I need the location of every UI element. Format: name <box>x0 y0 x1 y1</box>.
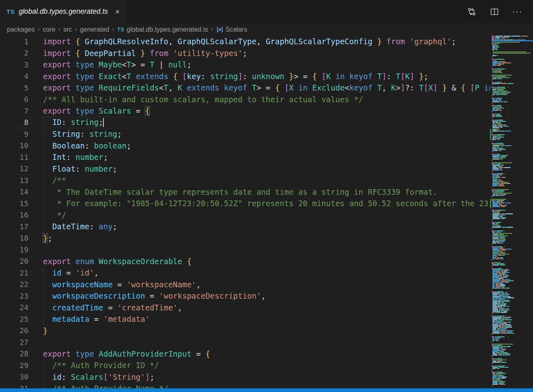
code-line-26[interactable]: 26} <box>0 325 490 337</box>
code-line-12[interactable]: 12 Float: number; <box>0 163 490 175</box>
close-tab-icon[interactable]: × <box>114 7 121 16</box>
code-line-23[interactable]: 23 workspaceDescription = 'workspaceDesc… <box>0 290 490 302</box>
breadcrumb-separator: › <box>211 25 213 33</box>
line-number: 23 <box>0 292 28 300</box>
code-line-5[interactable]: 5export type RequireFields<T, K extends … <box>0 82 490 94</box>
line-number: 1 <box>0 37 28 46</box>
breadcrumb-item-global-db-types-generated-ts[interactable]: TSglobal.db.types.generated.ts <box>117 26 208 33</box>
compare-changes-icon[interactable] <box>466 6 477 17</box>
code-text: id = 'id', <box>28 268 99 277</box>
typescript-file-icon: TS <box>6 8 15 15</box>
breadcrumb-label: Scalars <box>226 26 247 33</box>
breadcrumb-item-src[interactable]: src <box>63 26 72 33</box>
breadcrumb-label: packages <box>7 26 35 33</box>
line-number: 5 <box>0 84 28 92</box>
code-text: workspaceName = 'workspaceName', <box>28 280 201 289</box>
code-line-8[interactable]: 8 ID: string; <box>0 117 490 129</box>
tab-global-db-types[interactable]: TS global.db.types.generated.ts × <box>0 0 127 23</box>
code-line-22[interactable]: 22 workspaceName = 'workspaceName', <box>0 279 490 291</box>
line-number: 7 <box>0 107 28 115</box>
line-number: 25 <box>0 315 28 323</box>
code-line-20[interactable]: 20export enum WorkspaceOrderable { <box>0 256 490 267</box>
minimap-git-added-mark <box>490 199 491 208</box>
code-text: /** Auth Provider ID */ <box>28 361 159 370</box>
line-number: 18 <box>0 234 28 242</box>
code-text: Int: number; <box>28 153 108 162</box>
line-number: 4 <box>0 72 28 80</box>
code-line-3[interactable]: 3export type Maybe<T> = T | null; <box>0 59 490 71</box>
code-line-17[interactable]: 17 DateTime: any; <box>0 221 490 233</box>
code-line-19[interactable]: 19 <box>0 244 490 256</box>
breadcrumb-item-scalars[interactable]: Scalars <box>216 26 247 33</box>
code-line-29[interactable]: 29 /** Auth Provider ID */ <box>0 360 490 371</box>
line-number: 28 <box>0 349 28 358</box>
code-text: Float: number; <box>28 164 117 173</box>
code-text: /** Auth Provider Name */ <box>28 384 168 388</box>
code-line-18[interactable]: 18}; <box>0 233 490 244</box>
breadcrumb-label: generated <box>80 26 109 33</box>
line-number: 20 <box>0 257 28 265</box>
code-line-31[interactable]: 31 /** Auth Provider Name */ <box>0 383 490 388</box>
code-line-14[interactable]: 14 * The DateTime scalar type represents… <box>0 186 490 198</box>
breadcrumb-item-packages[interactable]: packages <box>7 26 35 33</box>
code-line-6[interactable]: 6/** All built-in and custom scalars, ma… <box>0 94 490 106</box>
line-number: 8 <box>0 118 28 127</box>
code-text: }; <box>28 234 52 243</box>
code-text: DateTime: any; <box>28 222 117 231</box>
line-number: 15 <box>0 199 28 208</box>
code-text: export type Maybe<T> = T | null; <box>28 60 191 69</box>
code-text: export type Exact<T extends { [key: stri… <box>28 72 428 81</box>
code-line-1[interactable]: 1import { GraphQLResolveInfo, GraphQLSca… <box>0 36 490 47</box>
code-line-15[interactable]: 15 * For example: "1985-04-12T23:20:50.5… <box>0 198 490 209</box>
code-text: * The DateTime scalar type represents da… <box>28 187 437 196</box>
symbol-type-icon <box>216 26 224 33</box>
more-actions-icon[interactable]: ··· <box>512 6 522 17</box>
code-text: export enum WorkspaceOrderable { <box>28 257 191 266</box>
code-line-10[interactable]: 10 Boolean: boolean; <box>0 140 490 152</box>
code-line-7[interactable]: 7export type Scalars = { <box>0 105 490 117</box>
code-line-9[interactable]: 9 String: string; <box>0 128 490 140</box>
code-text: workspaceDescription = 'workspaceDescrip… <box>28 291 266 300</box>
minimap[interactable] <box>492 36 533 388</box>
code-line-28[interactable]: 28export type AddAuthProviderInput = { <box>0 348 490 360</box>
breadcrumb-separator: › <box>38 25 40 33</box>
status-bar[interactable] <box>0 388 533 392</box>
code-line-4[interactable]: 4export type Exact<T extends { [key: str… <box>0 71 490 82</box>
code-line-30[interactable]: 30 id: Scalars['String']; <box>0 371 490 383</box>
code-text: metadata = 'metadata' <box>28 314 150 323</box>
editor-actions: ··· <box>466 0 533 23</box>
breadcrumb-item-core[interactable]: core <box>43 26 55 33</box>
breadcrumb-separator: › <box>112 25 114 33</box>
code-text: import { DeepPartial } from 'utility-typ… <box>28 49 247 58</box>
line-number: 13 <box>0 176 28 185</box>
code-line-11[interactable]: 11 Int: number; <box>0 151 490 163</box>
code-text: * For example: "1985-04-12T23:20:50.52Z"… <box>28 199 488 208</box>
code-text: String: string; <box>28 129 122 138</box>
code-line-24[interactable]: 24 createdTime = 'createdTime', <box>0 302 490 314</box>
code-line-2[interactable]: 2import { DeepPartial } from 'utility-ty… <box>0 47 490 59</box>
typescript-file-icon: TS <box>117 26 125 32</box>
breadcrumb-item-generated[interactable]: generated <box>80 26 109 33</box>
code-text: export type AddAuthProviderInput = { <box>28 349 210 358</box>
code-text: /** All built-in and custom scalars, map… <box>28 95 363 104</box>
line-number: 12 <box>0 164 28 173</box>
line-number: 21 <box>0 269 28 277</box>
split-editor-icon[interactable] <box>489 6 500 17</box>
breadcrumb-separator: › <box>75 25 77 33</box>
breadcrumb-separator: › <box>58 25 60 33</box>
code-editor[interactable]: 1import { GraphQLResolveInfo, GraphQLSca… <box>0 36 490 388</box>
code-text: export type Scalars = { <box>28 106 150 115</box>
code-line-25[interactable]: 25 metadata = 'metadata' <box>0 313 490 325</box>
line-number: 2 <box>0 49 28 57</box>
breadcrumb: packages›core›src›generated›TSglobal.db.… <box>0 23 533 36</box>
code-text: */ <box>28 211 66 220</box>
code-line-16[interactable]: 16 */ <box>0 209 490 221</box>
breadcrumb-label: src <box>63 26 72 33</box>
code-line-27[interactable]: 27 <box>0 336 490 348</box>
code-line-21[interactable]: 21 id = 'id', <box>0 267 490 279</box>
line-number: 16 <box>0 211 28 219</box>
breadcrumb-label: core <box>43 26 55 33</box>
line-number: 17 <box>0 222 28 231</box>
code-line-13[interactable]: 13 /** <box>0 174 490 186</box>
line-number: 14 <box>0 187 28 196</box>
